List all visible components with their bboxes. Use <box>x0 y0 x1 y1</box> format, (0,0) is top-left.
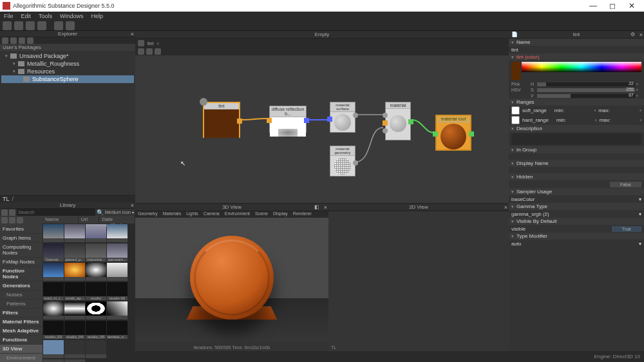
node-surface[interactable]: material surface <box>330 102 355 133</box>
port-diffuse-out[interactable] <box>304 118 309 123</box>
menu-windows[interactable]: Windows <box>60 13 84 19</box>
tint-swatch[interactable] <box>511 62 520 80</box>
menu-help[interactable]: Help <box>91 13 104 19</box>
chevron-down-icon[interactable]: ▾ <box>132 210 134 214</box>
lib-cat[interactable]: Material Filters <box>0 318 43 327</box>
port-surface-in[interactable] <box>327 117 332 122</box>
graph-canvas[interactable]: tint diffuse reflection b... material su… <box>135 55 509 203</box>
lib-nav-icon[interactable] <box>9 209 15 216</box>
library-viewmode[interactable]: Medium Icon <box>105 210 131 214</box>
library-thumb[interactable] <box>86 301 106 319</box>
hard-range-check[interactable] <box>511 116 520 124</box>
v3d-camera[interactable]: Camera <box>204 211 220 218</box>
expl-tb-2[interactable] <box>10 37 17 44</box>
library-thumb[interactable] <box>64 301 85 319</box>
menu-tools[interactable]: Tools <box>39 13 52 19</box>
prop-desc-section[interactable]: Description <box>509 125 644 132</box>
library-thumb[interactable] <box>86 263 106 281</box>
view3d-opt-icon[interactable]: ◧ <box>314 204 319 210</box>
prop-display-section[interactable]: Display Name <box>509 160 644 167</box>
library-thumb[interactable] <box>43 224 64 242</box>
node-geometry[interactable]: material geometry <box>330 146 355 176</box>
port-root-in[interactable] <box>433 131 438 137</box>
node-diffuse[interactable]: diffuse reflection b... <box>269 106 307 133</box>
tree-item[interactable]: ▾Unsaved Package* <box>1 52 134 60</box>
library-close-icon[interactable]: × <box>131 202 134 209</box>
col-url[interactable]: Url <box>79 216 99 224</box>
prop-opt-icon[interactable]: ⚙ <box>630 32 635 37</box>
explorer-close-icon[interactable]: × <box>131 31 134 37</box>
v3d-display[interactable]: Display <box>273 211 288 218</box>
library-thumb[interactable] <box>107 263 128 281</box>
node-material[interactable]: material <box>385 102 411 140</box>
menu-file[interactable]: File <box>4 13 14 19</box>
prop-tint-section[interactable]: tint (color) <box>509 53 644 61</box>
s-slider[interactable]: 255 <box>537 88 635 92</box>
library-thumb[interactable] <box>64 340 85 358</box>
library-thumb[interactable] <box>107 301 128 319</box>
port-tint-out[interactable] <box>237 119 242 124</box>
v3d-geometry[interactable]: Geometry <box>138 211 158 218</box>
toolbar-btn-2[interactable] <box>14 21 23 30</box>
lib-cat[interactable]: Patterns <box>0 300 43 309</box>
sampler-value[interactable]: baseColor <box>511 196 535 202</box>
library-thumb[interactable]: road_in_t... <box>43 282 64 300</box>
tree-item[interactable]: ▾Metallic_Roughness <box>1 60 134 68</box>
lib-cat[interactable]: Mesh Adaptive <box>0 327 43 336</box>
toolbar-btn-3[interactable] <box>26 21 35 30</box>
prop-type-section[interactable]: Type Modifier <box>509 233 644 240</box>
tree-item[interactable]: ▾Resources <box>1 68 134 75</box>
close-button[interactable]: ✕ <box>622 1 641 10</box>
library-thumb[interactable] <box>43 340 64 358</box>
library-thumb[interactable] <box>64 263 85 281</box>
library-thumb[interactable]: glazed_p... <box>64 243 85 262</box>
port-surface-out[interactable] <box>353 113 358 118</box>
library-thumb[interactable] <box>64 224 85 242</box>
h-slider[interactable]: 22 <box>537 82 635 86</box>
lib-cat[interactable]: Functions <box>0 336 43 345</box>
hidden-toggle[interactable]: False <box>610 182 641 187</box>
prop-gamma-section[interactable]: Gamma Type <box>509 203 644 210</box>
minimize-button[interactable]: — <box>583 1 603 10</box>
node-tint-pin-icon[interactable] <box>200 98 207 106</box>
v3d-environment[interactable]: Environment <box>225 211 250 218</box>
library-thumb[interactable]: industria... <box>86 243 106 262</box>
graph-tb2-2[interactable] <box>146 48 153 55</box>
toolbar-btn-5[interactable] <box>54 21 63 30</box>
node-tint[interactable]: tint <box>203 102 240 138</box>
gamma-value[interactable]: gamma_srgb (2) <box>511 211 549 217</box>
library-search-input[interactable] <box>17 209 95 216</box>
library-thumb[interactable] <box>86 340 106 358</box>
expl-tb-3[interactable] <box>19 37 25 44</box>
toolbar-btn-1[interactable] <box>3 21 12 30</box>
library-thumb[interactable] <box>43 301 64 319</box>
lib-cat[interactable]: Filters <box>0 309 43 318</box>
lib-cat[interactable]: Environment ... <box>0 354 43 362</box>
col-date[interactable]: Date modified <box>99 216 135 224</box>
node-root[interactable]: material root <box>435 115 471 151</box>
library-thumb[interactable]: studio_04 <box>64 321 85 339</box>
library-thumb[interactable]: urban_ex... <box>64 359 85 362</box>
port-material-in2[interactable] <box>383 120 388 126</box>
library-thumb[interactable]: studio_05 <box>86 321 106 339</box>
port-root-out[interactable] <box>469 131 474 137</box>
color-picker-gradient[interactable] <box>522 62 641 72</box>
v3d-scene[interactable]: Scene <box>255 211 268 218</box>
lib-cat[interactable]: Compositing Nodes <box>0 243 43 258</box>
view3d-canvas[interactable] <box>135 218 328 342</box>
library-thumb[interactable]: studio_03 <box>43 321 64 339</box>
library-thumb[interactable]: terrace_n... <box>107 321 128 339</box>
prop-sampler-section[interactable]: Sampler Usage <box>509 188 644 195</box>
lib-home-icon[interactable] <box>1 209 8 216</box>
toolbar-btn-4[interactable] <box>37 21 46 30</box>
graph-tb2-3[interactable] <box>155 48 161 55</box>
prop-name-section[interactable]: Name <box>509 39 644 46</box>
v3d-renderer[interactable]: Renderer <box>293 211 312 218</box>
port-material-out[interactable] <box>408 119 413 124</box>
library-thumb[interactable] <box>86 224 106 242</box>
library-thumb[interactable]: studio 02 <box>107 282 128 300</box>
v3d-lights[interactable]: Lights <box>186 211 198 218</box>
maximize-button[interactable]: ◻ <box>603 1 622 10</box>
toolbar-btn-6[interactable] <box>66 21 75 30</box>
lib-cat[interactable]: FxMap Nodes <box>0 258 43 267</box>
